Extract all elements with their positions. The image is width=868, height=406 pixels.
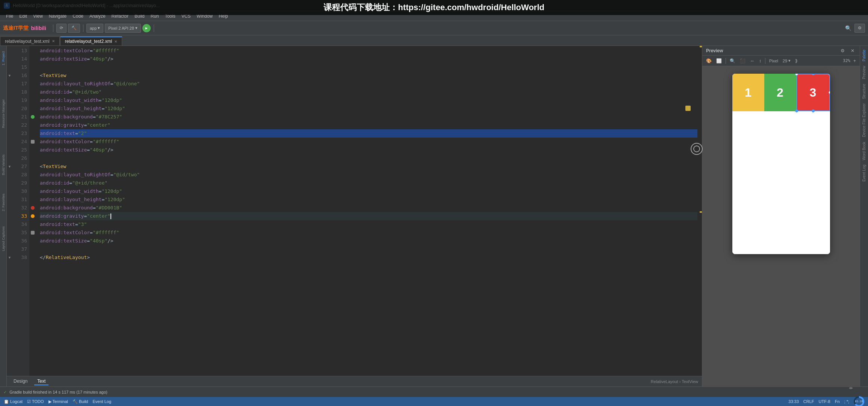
sync-project-button[interactable]: ⟳ xyxy=(56,24,67,33)
menu-refactor[interactable]: Refactor xyxy=(109,13,132,20)
side-panel-bar: 1: Project Resource Manager Build Varian… xyxy=(0,46,7,386)
todo-btn[interactable]: ☑ TODO xyxy=(27,399,44,404)
menu-tools[interactable]: Tools xyxy=(162,13,178,20)
bp-20 xyxy=(29,105,36,113)
menu-navigate[interactable]: Navigate xyxy=(46,13,70,20)
terminal-icon: ▶ xyxy=(48,399,51,404)
handle-right-mid[interactable] xyxy=(829,91,830,94)
preview-refresh-btn[interactable]: ⟫ xyxy=(794,58,799,64)
ln-36: 36 xyxy=(15,237,27,245)
code-line-33: android:gravity="center" xyxy=(40,212,697,220)
preview-api-select[interactable]: 29 ▾ xyxy=(781,56,792,65)
editor-mode-tabs: Design Text RelativeLayout › TextView xyxy=(7,376,702,386)
run-button[interactable]: ▶ xyxy=(142,24,151,32)
search-icon[interactable]: 🔍 xyxy=(844,24,853,32)
menu-view[interactable]: View xyxy=(30,13,46,20)
tab-relativelayout-test[interactable]: relativelayout_test.xml ✕ xyxy=(0,36,60,45)
menu-vcs[interactable]: VCS xyxy=(178,13,194,20)
preview-close-btn[interactable]: ✕ xyxy=(849,47,856,54)
breakpoint-column xyxy=(29,46,36,376)
ln-22: 22 xyxy=(15,121,27,129)
menu-file[interactable]: File xyxy=(3,13,16,20)
code-line-36: android:textSize="40sp" /> xyxy=(40,237,697,245)
line-ending[interactable]: CRLF xyxy=(803,399,814,404)
preview-settings-btn[interactable]: ⚙ xyxy=(839,47,846,54)
make-project-button[interactable]: 🔨 xyxy=(68,24,80,33)
gutter-32 xyxy=(7,204,12,212)
menu-analyze[interactable]: Analyze xyxy=(86,13,109,20)
menu-help[interactable]: Help xyxy=(216,13,231,20)
handle-bottom-mid[interactable] xyxy=(812,109,815,112)
preview-palette-btn[interactable]: 🎨 xyxy=(705,58,713,64)
bp-38 xyxy=(29,253,36,262)
bp-29 xyxy=(29,179,36,187)
device-file-explorer-btn[interactable]: Device File Explorer xyxy=(861,101,867,139)
handle-top-left[interactable] xyxy=(795,74,798,76)
menu-code[interactable]: Code xyxy=(70,13,86,20)
gutter-19 xyxy=(7,96,12,105)
device-selector-button[interactable]: Pixel 2 API 28 ▾ xyxy=(105,24,141,33)
code-lines[interactable]: android:textColor="#ffffff" android:text… xyxy=(36,46,697,376)
palette-panel-btn[interactable]: Palette xyxy=(861,47,867,64)
text-tab[interactable]: Text xyxy=(34,378,48,385)
gutter-37 xyxy=(7,245,12,253)
margin-mark-bottom xyxy=(700,211,702,213)
tab-close-2[interactable]: ✕ xyxy=(114,39,117,44)
edit-icon[interactable]: ✏ xyxy=(849,384,853,386)
bp-15 xyxy=(29,63,36,71)
event-log-status-btn[interactable]: Event Log xyxy=(93,399,112,404)
app-selector-button[interactable]: app ▾ xyxy=(86,24,103,33)
sidebar-resource-manager[interactable]: Resource Manager xyxy=(1,98,6,130)
sidebar-layout-captures[interactable]: Layout Captures xyxy=(1,225,6,253)
ln-14: 14 xyxy=(15,55,27,63)
menu-build[interactable]: Build xyxy=(132,13,148,20)
ln-19: 19 xyxy=(15,96,27,105)
ln-31: 31 xyxy=(15,195,27,204)
preview-zoom-plus-btn[interactable]: + xyxy=(852,58,857,64)
preview-rotate-btn[interactable]: ↕ xyxy=(758,58,763,64)
event-log-btn[interactable]: Event Log xyxy=(861,162,867,184)
preview-orientation-btn[interactable]: ↔ xyxy=(749,58,756,64)
android-home-button[interactable] xyxy=(691,143,703,155)
sidebar-project[interactable]: 1: Project xyxy=(1,50,6,67)
design-tab[interactable]: Design xyxy=(11,378,30,385)
fold-arrow-27[interactable]: ▼ xyxy=(9,162,11,171)
handle-top-mid[interactable] xyxy=(812,74,815,75)
text-cursor xyxy=(110,214,111,219)
preview-device-select[interactable]: Pixel xyxy=(768,56,780,65)
fold-arrow-16[interactable]: ▼ xyxy=(9,71,11,80)
preview-panel-btn[interactable]: Preview xyxy=(861,64,867,82)
sidebar-build-variants[interactable]: Build Variants xyxy=(1,153,6,177)
gutter-18 xyxy=(7,88,12,96)
gutter-22 xyxy=(7,121,12,129)
bp-21 xyxy=(29,113,36,121)
sidebar-favorites[interactable]: 2: Favorites xyxy=(1,192,6,213)
handle-top-right[interactable] xyxy=(828,74,830,76)
encoding[interactable]: UTF-8 xyxy=(819,399,830,404)
code-line-21: android:background="#78C257" xyxy=(40,113,697,121)
fold-arrow-38[interactable]: ▼ xyxy=(9,253,11,262)
menu-window[interactable]: Window xyxy=(194,13,216,20)
terminal-btn[interactable]: ▶ Terminal xyxy=(48,399,68,404)
handle-bottom-left[interactable] xyxy=(795,109,798,112)
preview-component-btn[interactable]: ⬜ xyxy=(715,58,723,64)
build-btn[interactable]: 🔨 Build xyxy=(73,399,88,404)
preview-zoom-mode-btn[interactable]: ⬛ xyxy=(738,58,747,64)
preview-zoom-in-btn[interactable]: 🔍 xyxy=(728,58,737,64)
tab-relativelayout-test2[interactable]: relativelayout_test2.xml ✕ xyxy=(60,36,122,45)
menu-run[interactable]: Run xyxy=(148,13,162,20)
menu-edit[interactable]: Edit xyxy=(16,13,30,20)
bp-30 xyxy=(29,187,36,195)
tab-close-1[interactable]: ✕ xyxy=(52,39,55,43)
preview-box-3[interactable]: 3 ↖ xyxy=(796,74,830,111)
word-book-btn[interactable]: Word Book xyxy=(861,139,867,162)
bp-14 xyxy=(29,55,36,63)
settings-button[interactable]: ⚙ xyxy=(854,24,865,33)
ln-28: 28 xyxy=(15,171,27,179)
bp-19 xyxy=(29,96,36,105)
bp-36 xyxy=(29,237,36,245)
window-title: HelloWorld [D:\workspace\android\HelloWo… xyxy=(13,3,160,8)
logcat-btn[interactable]: 📋 Logcat xyxy=(4,399,23,404)
margin-mark-top xyxy=(700,46,702,47)
structure-panel-btn[interactable]: Structure xyxy=(861,82,867,102)
